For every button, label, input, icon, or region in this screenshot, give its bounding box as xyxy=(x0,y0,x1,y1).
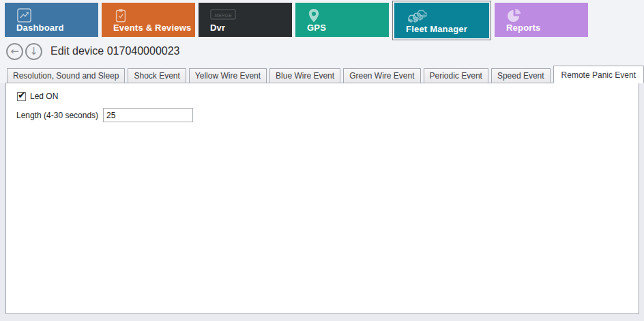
clipboard-check-icon xyxy=(113,8,128,23)
tab-content-panel: ✔ Led ON Length (4-30 seconds) xyxy=(5,83,639,314)
length-input[interactable] xyxy=(103,108,193,122)
tab-shock-event[interactable]: Shock Event xyxy=(128,68,186,83)
tab-strip: Resolution, Sound and Sleep Shock Event … xyxy=(0,66,644,83)
tab-green-wire-event[interactable]: Green Wire Event xyxy=(343,68,420,83)
arrow-down-icon: ↓ xyxy=(29,46,38,57)
tab-yellow-wire-event[interactable]: Yellow Wire Event xyxy=(189,68,267,83)
back-button[interactable]: ← xyxy=(6,43,23,60)
nav-tile-gps[interactable]: GPS xyxy=(295,3,389,37)
page-title: Edit device 017040000023 xyxy=(50,45,180,57)
nav-tile-fleet-manager[interactable]: Fleet Manager xyxy=(394,3,489,38)
nav-tile-label: GPS xyxy=(307,23,326,33)
header: Dashboard Events & Reviews MERGE Dvr xyxy=(0,0,644,83)
nav-tile-events-reviews[interactable]: Events & Reviews xyxy=(102,3,195,37)
nav-tile-label: Dashboard xyxy=(16,23,64,33)
led-on-checkbox[interactable]: ✔ xyxy=(17,92,26,101)
checkmark-icon: ✔ xyxy=(18,89,26,100)
arrow-left-icon: ← xyxy=(10,46,19,57)
down-button[interactable]: ↓ xyxy=(25,43,42,60)
length-label: Length (4-30 seconds) xyxy=(16,111,98,120)
nav-tile-reports[interactable]: Reports xyxy=(495,3,588,37)
nav-tile-bar: Dashboard Events & Reviews MERGE Dvr xyxy=(0,3,644,37)
tab-blue-wire-event[interactable]: Blue Wire Event xyxy=(269,68,340,83)
title-row: ← ↓ Edit device 017040000023 xyxy=(0,37,644,66)
chart-line-icon xyxy=(16,8,32,23)
nav-tile-label: Dvr xyxy=(210,23,225,33)
led-on-checkbox-row[interactable]: ✔ Led ON xyxy=(17,92,633,101)
length-field-row: Length (4-30 seconds) xyxy=(16,108,633,122)
nav-tile-label: Fleet Manager xyxy=(406,24,467,34)
nav-tile-dashboard[interactable]: Dashboard xyxy=(5,3,98,37)
map-pin-icon xyxy=(307,8,321,24)
remote-panic-event-form: ✔ Led ON Length (4-30 seconds) xyxy=(6,83,639,122)
tab-speed-event[interactable]: Speed Event xyxy=(491,68,551,83)
led-on-label: Led ON xyxy=(30,92,58,101)
tab-remote-panic-event[interactable]: Remote Panic Event xyxy=(553,66,644,83)
pie-chart-icon xyxy=(506,8,522,23)
merge-logo-icon: MERGE xyxy=(210,8,237,21)
tab-resolution-sound-sleep[interactable]: Resolution, Sound and Sleep xyxy=(7,68,125,83)
svg-text:MERGE: MERGE xyxy=(214,13,232,18)
nav-tile-dvr[interactable]: MERGE Dvr xyxy=(199,3,292,37)
cars-icon xyxy=(406,8,429,24)
tab-periodic-event[interactable]: Periodic Event xyxy=(424,68,488,83)
nav-tile-label: Events & Reviews xyxy=(113,23,191,33)
nav-tile-label: Reports xyxy=(506,23,541,33)
nav-tile-selected-frame: Fleet Manager xyxy=(392,1,491,40)
